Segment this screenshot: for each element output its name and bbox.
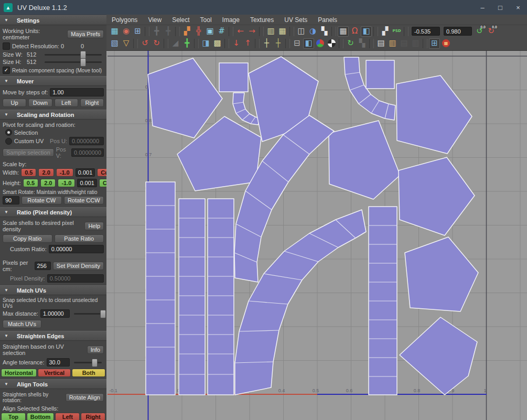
pivot-custom-uv-radio[interactable] <box>5 138 12 145</box>
ratio-help-button[interactable]: Help <box>84 222 104 230</box>
uv-coord-u-field[interactable]: -0.535 <box>412 27 440 36</box>
layer-overlap-display-icon[interactable]: ◧ <box>361 26 372 37</box>
match-uvs-button[interactable]: Match UVs <box>3 320 41 328</box>
width-step-field[interactable]: 0.001 <box>76 168 95 177</box>
size-h-slider[interactable] <box>45 61 102 63</box>
align-top-button[interactable]: Top <box>1 413 26 420</box>
uv-editor-canvas[interactable]: -0.100.10.20.30.40.50.60.70.80.9110.90.8… <box>106 51 527 420</box>
height-custom-button[interactable]: Custom <box>99 179 107 187</box>
menu-image[interactable]: Image <box>217 16 245 24</box>
maximize-button[interactable]: □ <box>491 0 509 15</box>
grid-pattern-display-icon[interactable]: ▦ <box>338 26 349 37</box>
width-flip-button[interactable]: -1.0 <box>56 168 73 177</box>
rgb-channels-display-icon[interactable] <box>315 38 326 49</box>
pixel-density-field[interactable]: 0.50000 <box>47 274 104 283</box>
align-min-v-icon[interactable]: ↓ <box>231 38 242 49</box>
sample-selection-button[interactable]: Sample selection <box>3 148 54 157</box>
rotate-ccw-button[interactable]: Rotate CCW <box>64 196 104 204</box>
ladder-shell-2[interactable] <box>179 199 205 395</box>
align-bottom-button[interactable]: Bottom <box>27 413 55 420</box>
cut-uv-edges-icon[interactable]: ▞ <box>181 26 192 37</box>
move-and-sew-icon[interactable]: ◨ <box>200 38 211 49</box>
detect-resolution-checkbox[interactable] <box>3 42 10 50</box>
move-down-button[interactable]: Down <box>28 99 52 107</box>
move-up-button[interactable]: Up <box>3 99 26 107</box>
angle-tolerance-slider-handle[interactable] <box>92 359 98 367</box>
move-left-button[interactable]: Left <box>55 99 78 107</box>
uv-smudge-tool-icon[interactable]: ◉ <box>121 26 132 37</box>
pos-v-field[interactable]: 0.0000000 <box>71 148 104 157</box>
menu-polygons[interactable]: Polygons <box>106 16 143 24</box>
rotate-ccw-angle-icon[interactable]: ↺0.0 <box>474 26 485 37</box>
menu-view[interactable]: View <box>143 16 167 24</box>
rotate-align-button[interactable]: Rotate Align <box>66 393 104 402</box>
snap-to-grid-icon[interactable]: ▥ <box>265 26 276 37</box>
uv-pivot-axis-icon[interactable]: ╋ <box>181 38 192 49</box>
ladder-shell-3[interactable] <box>208 199 234 395</box>
straighten-vertical-button[interactable]: Vertical <box>38 369 71 377</box>
height-flip-button[interactable]: -1.0 <box>58 179 75 187</box>
align-min-u-icon[interactable]: ← <box>235 26 246 37</box>
angle-tolerance-field[interactable]: 30.0 <box>47 358 70 367</box>
copy-uvs-disabled-icon[interactable]: ▤ <box>399 38 410 49</box>
menu-uv-sets[interactable]: UV Sets <box>279 16 313 24</box>
copy-uvs-icon[interactable]: ▤ <box>375 38 386 49</box>
refresh-uv-display-icon[interactable]: ↻ <box>345 38 356 49</box>
rotate-uvs-cw-icon[interactable]: ↻ <box>151 38 162 49</box>
sew-uv-edges-icon[interactable]: ╬ <box>193 26 204 37</box>
layout-uvs-grid-icon[interactable]: ▩ <box>212 38 223 49</box>
max-distance-slider[interactable] <box>74 313 102 315</box>
section-scaling[interactable]: ▼ Scaling and Rotation <box>0 110 106 120</box>
unfold-uvs-icon[interactable]: # <box>216 26 227 37</box>
move-uv-shell-tool-icon[interactable]: ⊞ <box>132 26 143 37</box>
size-h-value[interactable]: 512 <box>27 59 40 65</box>
maya-prefs-button[interactable]: Maya Prefs <box>67 30 104 38</box>
ladder-shell-1[interactable] <box>146 182 175 395</box>
menu-tool[interactable]: Tool <box>195 16 217 24</box>
pixels-per-cm-field[interactable]: 256 <box>35 262 51 270</box>
paste-uvs-icon[interactable]: ▥ <box>387 38 398 49</box>
paste-uv-layer-icon[interactable]: ◧ <box>303 38 314 49</box>
match-grid-icon[interactable]: ▦ <box>277 26 288 37</box>
max-distance-slider-handle[interactable] <box>100 310 106 318</box>
move-steps-field[interactable]: 1.00 <box>50 88 104 96</box>
size-w-value[interactable]: 512 <box>27 51 40 58</box>
flip-uvs-icon[interactable]: ◢ <box>170 38 181 49</box>
uv-face-display-icon[interactable]: ◑ <box>307 26 318 37</box>
grow-selection-icon[interactable]: ╋ <box>151 26 162 37</box>
square-shell-1[interactable] <box>219 63 248 92</box>
uv-lattice-tool-icon[interactable]: ▦ <box>109 26 120 37</box>
uv-coord-v-field[interactable]: 0.980 <box>444 27 472 36</box>
uv-lattice-deform-icon[interactable]: ▧ <box>109 38 120 49</box>
section-straighten[interactable]: ▼ Straighten Edges <box>0 331 106 341</box>
angle-tolerance-slider[interactable] <box>74 362 102 363</box>
straighten-both-button[interactable]: Both <box>72 369 105 377</box>
fold-uvs-icon[interactable]: ▣ <box>205 26 216 37</box>
pixel-snap-icon[interactable]: ⊞ <box>429 38 440 49</box>
snap-points-together-icon[interactable]: ┼ <box>273 38 284 49</box>
custom-ratio-field[interactable]: 0.00000 <box>49 245 104 253</box>
pivot-selection-radio[interactable] <box>5 129 12 136</box>
menu-textures[interactable]: Textures <box>245 16 279 24</box>
retain-spacing-checkbox[interactable]: ✓ <box>3 67 10 74</box>
straighten-info-button[interactable]: Info <box>87 346 104 354</box>
paste-ratio-button[interactable]: Paste Ratio <box>55 234 104 243</box>
width-double-button[interactable]: 2.0 <box>38 168 53 177</box>
close-button[interactable]: × <box>509 0 527 15</box>
section-mover[interactable]: ▼ Mover <box>0 76 106 86</box>
width-half-button[interactable]: 0.5 <box>21 168 36 177</box>
menu-panels[interactable]: Panels <box>313 16 342 24</box>
isolate-select-icon[interactable]: ◫ <box>296 26 307 37</box>
max-distance-field[interactable]: 1.00000 <box>40 309 70 318</box>
copy-ratio-button[interactable]: Copy Ratio <box>3 234 52 243</box>
checker-display-icon[interactable]: ▚ <box>319 26 330 37</box>
set-pixel-density-button[interactable]: Set Pixel Density <box>53 262 104 270</box>
height-double-button[interactable]: 2.0 <box>40 179 56 187</box>
rotate-cw-angle-icon[interactable]: ↻0.0 <box>486 26 497 37</box>
width-custom-button[interactable]: Custom <box>97 168 107 177</box>
update-psd-networks-icon[interactable]: PSD <box>391 26 402 37</box>
square-shell-2[interactable] <box>366 60 394 89</box>
snap-points-grid-icon[interactable]: ┼ <box>261 38 272 49</box>
align-max-u-icon[interactable]: → <box>246 26 257 37</box>
shade-uvs-icon[interactable]: ▞ <box>380 26 391 37</box>
